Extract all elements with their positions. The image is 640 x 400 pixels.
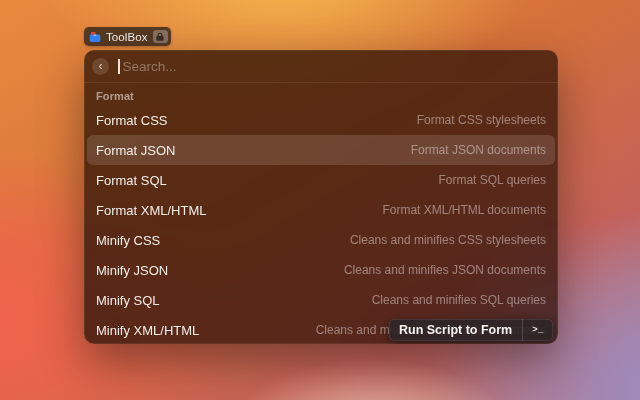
list-item-minify-css[interactable]: Minify CSS Cleans and minifies CSS style…	[87, 225, 555, 255]
list-item-label: Minify CSS	[96, 233, 160, 248]
list-item-description: Format JSON documents	[411, 143, 546, 157]
menubar-app-label: ToolBox	[106, 31, 148, 43]
list-item-description: Format XML/HTML documents	[382, 203, 546, 217]
menubar-app-item[interactable]: ToolBox	[84, 27, 171, 46]
section-header-format: Format	[84, 83, 558, 105]
list-item-format-css[interactable]: Format CSS Format CSS stylesheets	[87, 105, 555, 135]
back-button[interactable]: ‹	[92, 58, 109, 75]
list-item-label: Format SQL	[96, 173, 167, 188]
list-item-description: Format CSS stylesheets	[417, 113, 546, 127]
list-item-format-json[interactable]: Format JSON Format JSON documents	[87, 135, 555, 165]
run-script-button-label: Run Script to Form	[389, 323, 522, 337]
list-item-label: Format CSS	[96, 113, 168, 128]
list-item-description: Format SQL queries	[438, 173, 546, 187]
list-item-label: Minify SQL	[96, 293, 160, 308]
list-item-description: Cleans and minifies CSS stylesheets	[350, 233, 546, 247]
list-item-label: Format XML/HTML	[96, 203, 207, 218]
list-item-minify-sql[interactable]: Minify SQL Cleans and minifies SQL queri…	[87, 285, 555, 315]
run-script-button[interactable]: Run Script to Form >_	[389, 319, 553, 341]
list-item-minify-json[interactable]: Minify JSON Cleans and minifies JSON doc…	[87, 255, 555, 285]
search-bar: ‹	[84, 50, 558, 82]
list-item-description: Cleans and minifies JSON documents	[344, 263, 546, 277]
list-item-description: Cleans and minifies SQL queries	[372, 293, 546, 307]
lock-badge[interactable]	[153, 30, 168, 43]
list-item-label: Minify JSON	[96, 263, 168, 278]
lock-icon	[155, 32, 165, 42]
list-item-format-xml-html[interactable]: Format XML/HTML Format XML/HTML document…	[87, 195, 555, 225]
command-palette-panel: ‹ Format Format CSS Format CSS styleshee…	[84, 50, 558, 344]
command-list: Format CSS Format CSS stylesheets Format…	[84, 105, 558, 344]
search-input[interactable]	[120, 59, 549, 74]
toolbox-icon	[89, 31, 101, 43]
list-item-format-sql[interactable]: Format SQL Format SQL queries	[87, 165, 555, 195]
list-item-label: Format JSON	[96, 143, 175, 158]
chevron-left-icon: ‹	[99, 60, 103, 72]
list-item-label: Minify XML/HTML	[96, 323, 199, 338]
terminal-icon: >_	[523, 325, 553, 335]
